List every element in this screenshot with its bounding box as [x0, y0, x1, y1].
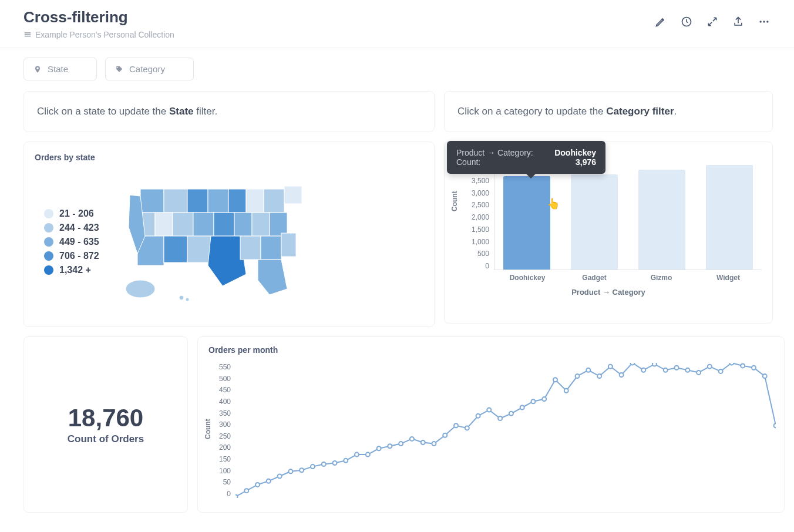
bar-bars[interactable]	[494, 164, 762, 270]
svg-rect-19	[270, 213, 287, 236]
dashboard-header: Cross-filtering Example Person's Persona…	[0, 0, 794, 48]
line-chart-svg[interactable]	[235, 363, 776, 498]
filter-bar: State Category	[0, 48, 794, 80]
svg-point-54	[476, 414, 480, 418]
legend-dot	[44, 223, 53, 233]
svg-marker-27	[258, 260, 287, 295]
tag-icon	[115, 65, 123, 73]
svg-point-52	[454, 423, 458, 427]
svg-point-31	[186, 298, 189, 301]
svg-point-32	[235, 494, 238, 498]
svg-point-68	[630, 363, 634, 365]
svg-point-38	[300, 468, 304, 472]
svg-point-33	[244, 489, 248, 493]
bar-widget[interactable]	[706, 165, 753, 270]
svg-rect-5	[164, 189, 187, 213]
svg-point-79	[752, 366, 756, 370]
legend-row: 1,342 +	[44, 265, 99, 275]
more-icon[interactable]	[758, 15, 771, 28]
filter-category-label: Category	[129, 64, 165, 74]
legend-label: 449 - 635	[59, 237, 99, 247]
legend-dot	[44, 237, 53, 247]
collection-breadcrumb[interactable]: Example Person's Personal Collection	[23, 30, 174, 39]
instr-cat-bold: Category filter	[606, 106, 674, 117]
svg-point-75	[708, 365, 712, 369]
auto-refresh-icon[interactable]	[680, 15, 693, 28]
filter-category[interactable]: Category	[105, 58, 194, 80]
legend-row: 706 - 872	[44, 251, 99, 261]
svg-point-61	[553, 378, 557, 382]
svg-point-1	[760, 21, 762, 22]
svg-point-56	[498, 416, 502, 420]
svg-point-62	[564, 389, 568, 393]
svg-point-45	[377, 446, 381, 450]
svg-point-72	[675, 366, 679, 370]
svg-rect-13	[155, 213, 173, 236]
svg-point-44	[366, 453, 370, 457]
fullscreen-icon[interactable]	[706, 15, 719, 28]
svg-point-77	[729, 363, 734, 365]
svg-rect-17	[234, 213, 252, 236]
instr-cat-post: .	[674, 106, 677, 117]
legend-row: 244 - 423	[44, 223, 99, 233]
svg-rect-7	[208, 189, 228, 213]
count-of-orders-card: 18,760 Count of Orders	[23, 336, 188, 513]
line-y-ticks: 550500450400350300250200150100500	[213, 363, 231, 498]
filter-state-label: State	[48, 64, 68, 74]
bar-x-ticks: DoohickeyGadgetGizmoWidget	[494, 274, 762, 282]
bar-y-axis-label: Count	[450, 191, 459, 211]
legend-dot	[44, 265, 53, 275]
edit-icon[interactable]	[654, 15, 667, 28]
svg-point-66	[608, 365, 613, 369]
legend-label: 1,342 +	[59, 265, 91, 275]
share-icon[interactable]	[732, 15, 745, 28]
line-y-axis-label: Count	[204, 419, 212, 439]
svg-rect-14	[173, 213, 193, 236]
bar-y-ticks: 4,0003,5003,0002,5002,0001,5001,0005000	[469, 164, 489, 270]
svg-rect-24	[240, 236, 261, 260]
svg-point-2	[763, 21, 765, 22]
svg-point-67	[620, 373, 624, 377]
svg-point-71	[664, 368, 668, 372]
svg-point-70	[652, 363, 657, 366]
svg-point-81	[774, 423, 776, 427]
map-legend: 21 - 206 244 - 423 449 - 635 706 - 872 1…	[35, 208, 99, 275]
svg-point-30	[179, 295, 184, 300]
svg-point-60	[542, 397, 546, 401]
tooltip-count-label: Count:	[456, 157, 480, 167]
svg-point-76	[719, 369, 723, 373]
orders-by-state-card: Orders by state 21 - 206 244 - 423 449 -…	[23, 142, 435, 327]
bar-gadget[interactable]	[571, 174, 618, 270]
svg-point-48	[410, 437, 414, 441]
svg-point-46	[388, 444, 392, 448]
bar-doohickey[interactable]	[503, 176, 550, 270]
svg-point-35	[267, 479, 271, 483]
svg-point-80	[763, 374, 767, 378]
chart-tooltip: Product → Category:Doohickey Count:3,976	[447, 141, 605, 174]
svg-point-40	[322, 462, 326, 466]
filter-state[interactable]: State	[23, 58, 97, 80]
svg-point-63	[576, 374, 580, 378]
legend-row: 21 - 206	[44, 208, 99, 219]
line-chart[interactable]: Count 550500450400350300250200150100500	[208, 357, 773, 504]
svg-rect-6	[187, 189, 208, 213]
collection-name: Example Person's Personal Collection	[35, 30, 174, 39]
svg-point-39	[311, 464, 315, 469]
bar-gizmo[interactable]	[638, 170, 685, 270]
legend-row: 449 - 635	[44, 237, 99, 247]
svg-rect-25	[261, 236, 281, 260]
svg-rect-18	[252, 213, 270, 236]
bar-chart[interactable]: Count 4,0003,5003,0002,5002,0001,5001,00…	[455, 164, 762, 294]
svg-point-51	[443, 433, 447, 437]
legend-dot	[44, 209, 53, 218]
svg-point-42	[344, 459, 348, 463]
header-actions	[654, 8, 771, 28]
svg-point-29	[126, 280, 155, 298]
svg-point-47	[399, 442, 403, 446]
svg-rect-4	[140, 189, 164, 213]
tooltip-count-value: 3,976	[576, 157, 596, 167]
us-map[interactable]	[105, 171, 328, 312]
svg-point-58	[520, 405, 524, 409]
svg-rect-9	[246, 189, 264, 213]
svg-point-36	[278, 474, 282, 479]
